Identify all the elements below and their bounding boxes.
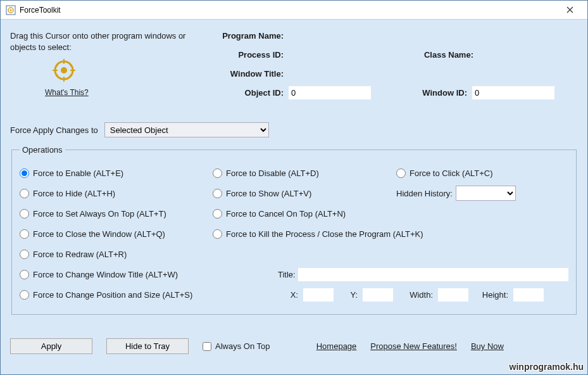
radio-change-pos-input[interactable]	[20, 290, 29, 300]
radio-click[interactable]: Force to Click (ALT+C)	[396, 168, 493, 178]
svg-point-6	[61, 67, 67, 73]
apply-button[interactable]: Apply	[10, 338, 92, 354]
y-input[interactable]	[363, 288, 393, 302]
process-id-label: Process ID:	[200, 50, 289, 60]
radio-change-pos[interactable]: Force to Change Position and Size (ALT+S…	[20, 290, 192, 300]
watermark-text: winprogramok.hu	[510, 362, 584, 372]
class-name-label: Class Name:	[409, 50, 479, 60]
hidden-history-label: Hidden History:	[396, 189, 453, 198]
bottom-bar: Apply Hide to Tray Always On Top Homepag…	[10, 338, 578, 354]
radio-disable[interactable]: Force to Disable (ALT+D)	[213, 168, 319, 178]
hidden-history-select[interactable]	[456, 186, 516, 201]
svg-point-2	[10, 9, 12, 11]
radio-click-input[interactable]	[396, 168, 406, 178]
cursor-drag-block: Drag this Cursor onto other program wind…	[10, 27, 187, 105]
program-name-label: Program Name:	[200, 31, 289, 41]
hide-to-tray-button[interactable]: Hide to Tray	[106, 338, 189, 354]
x-label: X:	[273, 290, 298, 300]
height-label: Height:	[473, 290, 508, 300]
whats-this-link[interactable]: What's This?	[45, 88, 89, 97]
radio-redraw-input[interactable]	[20, 250, 29, 259]
radio-change-title[interactable]: Force to Change Window Title (ALT+W)	[20, 270, 178, 279]
radio-always-on-top-input[interactable]	[20, 209, 29, 219]
width-input[interactable]	[438, 288, 468, 302]
content-area: Drag this Cursor onto other program wind…	[1, 20, 587, 374]
object-id-input[interactable]	[289, 86, 371, 99]
radio-enable[interactable]: Force to Enable (ALT+E)	[20, 168, 123, 178]
radio-close-window[interactable]: Force to Close the Window (ALT+Q)	[20, 229, 165, 239]
always-on-top-input[interactable]	[203, 342, 211, 351]
window-title-label: Window Title:	[200, 69, 289, 79]
radio-enable-input[interactable]	[20, 168, 29, 178]
cursor-instruction-text: Drag this Cursor onto other program wind…	[10, 30, 187, 53]
always-on-top-checkbox[interactable]: Always On Top	[203, 341, 270, 351]
close-button[interactable]	[557, 1, 582, 19]
apply-to-select[interactable]: Selected Object	[104, 122, 269, 137]
homepage-link[interactable]: Homepage	[316, 341, 357, 351]
radio-kill-process-input[interactable]	[213, 229, 222, 239]
radio-redraw[interactable]: Force to Redraw (ALT+R)	[20, 250, 127, 259]
width-label: Width:	[398, 290, 433, 300]
radio-show[interactable]: Force to Show (ALT+V)	[213, 189, 311, 198]
window-id-input[interactable]	[472, 86, 554, 99]
radio-cancel-on-top[interactable]: Force to Cancel On Top (ALT+N)	[213, 209, 346, 219]
radio-kill-process[interactable]: Force to Kill the Process / Close the Pr…	[213, 229, 423, 239]
radio-close-window-input[interactable]	[20, 229, 29, 239]
operations-legend: Operations	[20, 145, 65, 155]
title-field-label: Title:	[278, 270, 296, 279]
radio-change-title-input[interactable]	[20, 270, 29, 279]
buy-now-link[interactable]: Buy Now	[471, 341, 504, 351]
close-icon	[566, 6, 573, 13]
radio-hide-input[interactable]	[20, 189, 29, 198]
x-input[interactable]	[303, 288, 334, 302]
object-id-label: Object ID:	[200, 88, 289, 98]
info-grid: Program Name: Process ID: Class Name: Wi…	[187, 27, 578, 105]
radio-disable-input[interactable]	[213, 168, 222, 178]
radio-show-input[interactable]	[213, 189, 222, 198]
window-id-label: Window ID:	[403, 88, 472, 98]
height-input[interactable]	[513, 288, 544, 302]
apply-to-label: Force Apply Changes to	[10, 125, 98, 135]
radio-cancel-on-top-input[interactable]	[213, 209, 222, 219]
title-field-input[interactable]	[298, 268, 568, 281]
radio-always-on-top[interactable]: Force to Set Always On Top (ALT+T)	[20, 209, 166, 219]
radio-hide[interactable]: Force to Hide (ALT+H)	[20, 189, 115, 198]
drag-cursor-icon[interactable]	[51, 58, 77, 83]
window-title: ForceToolkit	[20, 6, 61, 15]
operations-group: Operations Force to Enable (ALT+E) Force…	[11, 145, 577, 315]
propose-features-link[interactable]: Propose New Features!	[370, 341, 457, 351]
y-label: Y:	[339, 290, 358, 300]
app-icon	[6, 5, 16, 15]
titlebar: ForceToolkit	[1, 1, 587, 20]
